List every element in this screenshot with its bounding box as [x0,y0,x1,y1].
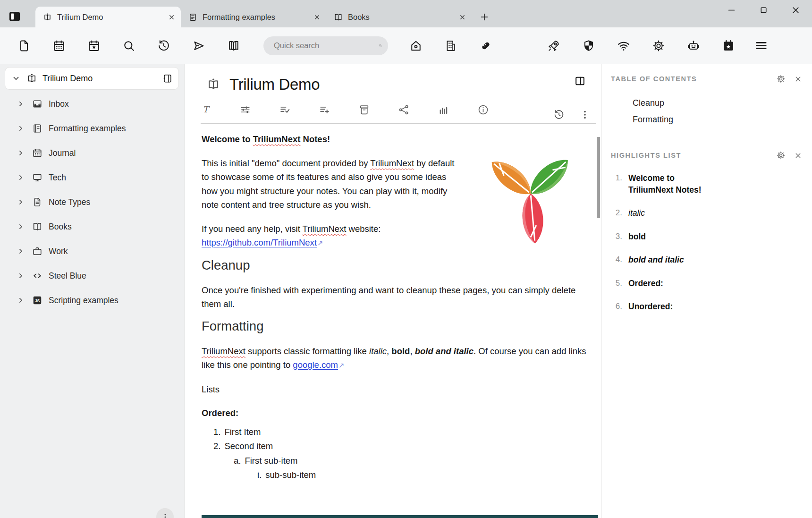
chevron-right-icon[interactable] [16,271,25,280]
split-pane-icon[interactable] [574,75,586,87]
tree-item-label: Books [49,222,72,232]
tree-root-trilium-demo[interactable]: Trilium Demo [5,67,179,90]
chevron-right-icon[interactable] [16,99,25,109]
toc-item-formatting[interactable]: Formatting [633,111,812,128]
archive-icon[interactable] [358,104,370,116]
note-icon[interactable] [206,77,220,92]
highlight-item-bold-and-italic[interactable]: 4.bold and italic [601,254,812,266]
sidebar-toggle-icon[interactable] [8,10,21,23]
sharenet-icon[interactable] [398,104,410,116]
heading-formatting: Formatting [202,318,593,334]
toolbar-right-icons [409,39,735,52]
note-tree-panel: Trilium Demo InboxFormatting examplesJou… [0,64,185,518]
list-item: i.sub-sub-item [202,468,593,483]
search-icon[interactable] [122,39,135,52]
door-hoist-icon[interactable] [162,73,173,84]
quick-search-input[interactable] [273,41,379,51]
content-link[interactable]: https://github.com/TriliumNext [202,238,317,247]
titlebar: Trilium DemoFormatting examplesBooks [0,0,812,27]
quick-search[interactable] [263,36,388,55]
send-icon[interactable] [192,39,205,52]
tree-item-books[interactable]: Books [0,214,185,239]
close-tab-icon[interactable] [459,14,466,21]
external-link-icon: ↗ [338,358,345,373]
kebab-icon[interactable] [579,109,591,120]
content-paragraph: Ordered: [202,406,593,420]
content-link[interactable]: google.com [293,360,338,370]
external-link-icon: ↗ [317,236,323,250]
highlight-item-unordered[interactable]: 6.Unordered: [601,301,812,313]
highlight-item-bold[interactable]: 3.bold [601,231,812,243]
history-icon[interactable] [157,39,170,52]
close-window-button[interactable] [791,5,801,15]
building-icon[interactable] [444,39,457,52]
chevron-right-icon[interactable] [16,296,25,305]
calendar-icon[interactable] [52,39,66,52]
content-paragraph: Lists [202,382,593,397]
highlights-header: HIGHLIGHTS LIST [611,151,802,160]
home-icon[interactable] [409,39,423,52]
marker-icon[interactable] [479,39,492,52]
info-icon[interactable] [477,104,489,116]
gear-icon[interactable] [776,74,786,84]
tree-more-options-button[interactable] [156,508,174,518]
toc-item-cleanup[interactable]: Cleanup [633,95,812,111]
tree-item-note-types[interactable]: Note Types [0,190,185,214]
tab-label: Trilium Demo [57,13,103,22]
gear-icon[interactable] [652,39,665,52]
tree-item-tech[interactable]: Tech [0,165,185,190]
highlight-item-welcome-to-triliumnext-notes[interactable]: 1.Welcome to TriliumNext Notes! [601,172,812,195]
file-icon[interactable] [17,39,31,52]
hamburger-menu-icon[interactable] [754,39,768,52]
map-icon[interactable] [227,39,240,52]
robot-icon[interactable] [687,39,700,52]
minimize-button[interactable] [727,5,736,15]
tree-item-steel-blue[interactable]: Steel Blue [0,263,185,288]
tab-formatting-examples[interactable]: Formatting examples [181,7,326,27]
tab-bar: Trilium DemoFormatting examplesBooks [35,0,490,27]
tab-label: Books [348,13,370,22]
tree-item-scripting-examples[interactable]: JSScripting examples [0,288,185,313]
chevron-right-icon[interactable] [16,124,25,133]
calendarstarfilled-icon[interactable] [722,39,735,52]
barchart-icon[interactable] [438,104,449,116]
trilium-app-window: Trilium DemoFormatting examplesBooks Tri… [0,0,812,518]
highlight-item-italic[interactable]: 2.italic [601,207,812,219]
chevron-right-icon[interactable] [16,222,25,231]
close-icon[interactable] [794,75,802,83]
chevron-right-icon[interactable] [16,246,25,256]
tree-item-inbox[interactable]: Inbox [0,92,185,116]
chevron-down-icon[interactable] [11,73,21,84]
calendarstar-icon[interactable] [87,39,101,52]
listplus-icon[interactable] [319,104,330,116]
maximize-button[interactable] [759,5,769,15]
listcheck-icon[interactable] [279,104,291,116]
tree-items: InboxFormatting examplesJournalTechNote … [0,92,185,313]
list-item: a.First sub-item [202,454,593,468]
close-icon[interactable] [794,152,802,160]
tree-item-formatting-examples[interactable]: Formatting examples [0,116,185,141]
note-content[interactable]: Welcome to TriliumNext Notes! This is in… [186,124,601,483]
wifi-icon[interactable] [617,39,630,52]
new-tab-button[interactable] [479,12,490,22]
shield-icon[interactable] [582,39,595,52]
gear-icon[interactable] [776,151,786,160]
close-tab-icon[interactable] [168,14,175,21]
chevron-right-icon[interactable] [16,148,25,158]
rocket-icon[interactable] [547,39,560,52]
italict-icon[interactable]: T [200,104,211,116]
chevron-right-icon[interactable] [16,197,25,207]
tune-icon[interactable] [239,104,251,116]
note-title[interactable]: Trilium Demo [229,76,320,93]
close-tab-icon[interactable] [313,14,321,21]
tree-item-work[interactable]: Work [0,239,185,263]
tab-trilium-demo[interactable]: Trilium Demo [35,7,181,27]
heading-cleanup: Cleanup [202,257,593,273]
chevron-right-icon[interactable] [16,173,25,182]
highlight-item-ordered[interactable]: 5.Ordered: [601,278,812,289]
history-icon[interactable] [553,109,565,120]
tab-books[interactable]: Books [326,7,472,27]
content-scrollbar[interactable] [597,137,600,218]
tree-item-journal[interactable]: Journal [0,141,185,165]
toc-items: CleanupFormatting [633,95,812,128]
